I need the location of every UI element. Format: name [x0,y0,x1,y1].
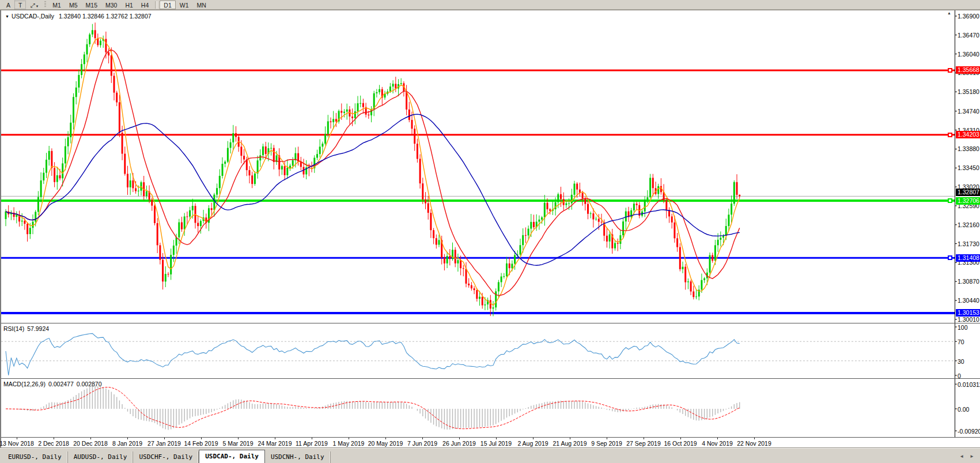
rsi-chart-canvas[interactable] [1,323,980,378]
tabs-scroll-left-icon[interactable]: ◄ [959,454,964,459]
price-tick-label: 1.34740 [958,108,980,115]
date-tick [754,438,755,439]
hline-anchor-marker[interactable] [948,255,952,260]
top-toolbar: AT⤢▾M1M5M15M30H1H4D1W1MN [0,0,980,10]
tab-usdchf[interactable]: USDCHF-, Daily [133,451,199,463]
price-tick-label: 1.36040 [958,51,980,58]
date-tick [127,438,128,439]
tab-usdcnh[interactable]: USDCNH-, Daily [265,451,331,463]
hline-anchor-marker[interactable] [948,198,952,203]
date-tick [385,438,386,439]
date-tick [90,438,91,439]
date-tick [570,438,570,439]
timeframe-h1-button[interactable]: H1 [121,1,137,9]
toolbar-grip [44,1,46,8]
hline-price-chip[interactable]: 1.32706 [956,197,980,205]
date-tick [533,438,533,439]
moving-average-lines [6,37,740,305]
rsi-tick-label: 70 [958,338,980,345]
tab-audusd[interactable]: AUDUSD-, Daily [68,451,134,463]
text-tool-button[interactable]: T [14,1,26,9]
hline-anchor-marker[interactable] [948,133,952,137]
date-tick [164,438,165,439]
symbol-label: USDCAD-,Daily [12,13,54,20]
price-tick-label: 1.36470 [958,32,980,39]
timeframe-m1-button[interactable]: M1 [48,1,65,9]
chart-dropdown-icon[interactable]: ▼ [5,14,9,18]
chart-tabs: EURUSD-, DailyAUDUSD-, DailyUSDCHF-, Dai… [2,450,331,463]
date-axis[interactable]: 13 Nov 20182 Dec 201820 Dec 20188 Jan 20… [1,437,980,448]
date-tick [201,438,202,439]
timeframe-m5-button[interactable]: M5 [65,1,82,9]
price-panel[interactable]: ▼USDCAD-,Daily1.32840 1.32846 1.32762 1.… [1,10,980,323]
hline-price-chip[interactable]: 1.31408 [956,254,980,262]
date-tick [717,438,718,439]
date-tick [312,438,312,439]
hline-price-chip[interactable]: 1.30153 [956,309,980,317]
chart-tabs-bar: EURUSD-, DailyAUDUSD-, DailyUSDCHF-, Dai… [0,447,980,463]
ma-13-line [6,50,740,296]
toolbar-separator [155,1,157,9]
arrow-tool-button[interactable]: ⤢▾ [26,1,42,9]
tab-eurusd[interactable]: EURUSD-, Daily [2,451,68,463]
date-label: 22 Nov 2019 [731,440,777,447]
price-tick-label: 1.30870 [958,278,980,285]
date-tick [349,438,349,439]
tabs-scroll-right-icon[interactable]: ► [970,454,974,459]
hline-price-chip[interactable]: 1.35668 [956,66,980,74]
date-tick [459,438,460,439]
chart-shift-marker-icon[interactable]: ▲ [947,11,951,15]
timeframe-m30-button[interactable]: M30 [101,1,121,9]
ohlc-values: 1.32840 1.32846 1.32762 1.32807 [59,13,152,20]
date-tick [275,438,275,439]
price-tick-label: 1.31730 [958,240,980,247]
price-chart-canvas[interactable] [1,10,980,323]
price-tick-label: 1.32160 [958,221,980,228]
date-tick [496,438,497,439]
macd-tick-label: 0.010311 [958,381,980,388]
macd-signal-line [6,387,740,429]
timeframe-d1-button[interactable]: D1 [160,1,175,9]
macd-chart-canvas[interactable] [1,379,980,437]
macd-main-value: 0.002477 [48,381,74,387]
price-tick-label: 1.30440 [958,297,980,304]
caret-down-icon: ▾ [36,4,39,8]
chart-window: ▼USDCAD-,Daily1.32840 1.32846 1.32762 1.… [0,10,980,447]
timeframe-h4-button[interactable]: H4 [137,1,153,9]
price-tick-label: 1.36900 [958,13,980,20]
date-tick [17,438,17,439]
price-tick-label: 1.30010 [958,316,980,323]
macd-panel[interactable]: MACD(12,26,9)0.0024770.002870 0.0103110.… [1,378,980,437]
timeframe-m15-button[interactable]: M15 [82,1,101,9]
price-tick-label: 1.33450 [958,164,980,171]
font-tool-button[interactable]: A [2,1,14,9]
price-tick-label: 1.35180 [958,88,980,95]
tabs-scroll: ◄► [953,454,974,459]
timeframe-mn-button[interactable]: MN [192,1,210,9]
price-tick-label: 1.33880 [958,145,980,152]
current-price-chip: 1.32807 [956,189,980,196]
macd-name: MACD(12,26,9) [3,381,46,387]
date-tick [422,438,423,439]
macd-histogram [6,386,740,430]
macd-signal-value: 0.002870 [77,381,102,387]
rsi-value: 57.9924 [27,325,49,332]
rsi-panel[interactable]: RSI(14)57.9924 10070300 [1,323,980,378]
hline-anchor-marker[interactable] [948,68,952,73]
rsi-tick-label: 30 [958,358,980,365]
date-tick [644,438,644,439]
date-tick [680,438,681,439]
tab-usdcad[interactable]: USDCAD-, Daily [199,450,265,463]
timeframe-w1-button[interactable]: W1 [176,1,193,9]
chart-title: ▼USDCAD-,Daily1.32840 1.32846 1.32762 1.… [5,13,152,20]
macd-label: MACD(12,26,9)0.0024770.002870 [3,381,105,387]
date-tick [238,438,239,439]
date-tick [54,438,54,439]
date-tick [607,438,607,439]
hline-price-chip[interactable]: 1.34203 [956,131,980,138]
rsi-label: RSI(14)57.9924 [3,325,52,332]
rsi-name: RSI(14) [3,325,24,332]
ma-40-line [6,114,740,265]
ma-5-line [6,37,740,305]
rsi-tick-label: 100 [958,324,980,331]
